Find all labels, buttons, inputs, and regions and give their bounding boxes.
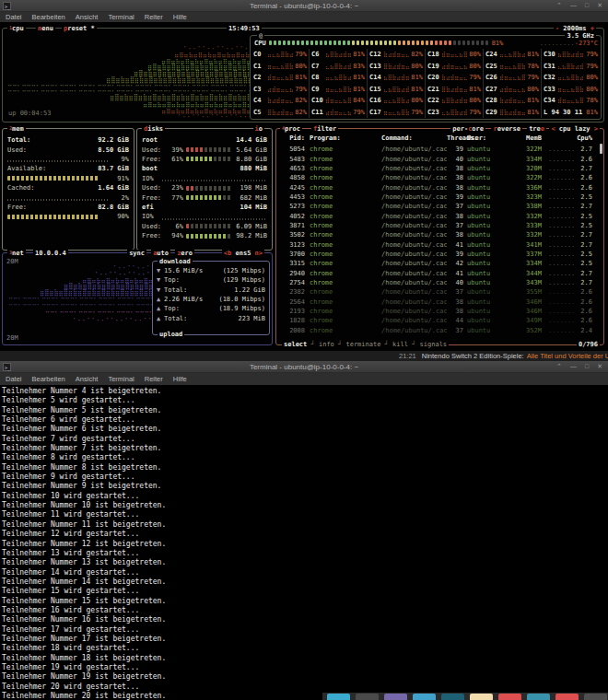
net-sync-button[interactable]: sync bbox=[127, 250, 146, 257]
process-row[interactable]: 2382chrome/home/ubuntu/.cac37ubuntu355M.… bbox=[277, 287, 601, 297]
tree-toggle[interactable]: tree bbox=[527, 125, 546, 133]
reverse-toggle[interactable]: reverse bbox=[491, 125, 522, 133]
process-row[interactable]: 2193chrome/home/ubuntu/.cac38ubuntu346M.… bbox=[277, 307, 601, 316]
terminal-line: Teilnehmer Nummer 17 ist beigetreten. bbox=[2, 635, 608, 644]
terminal-line: Teilnehmer Nummer 4 ist beigetreten. bbox=[2, 387, 608, 396]
process-row[interactable]: 1828chrome/home/ubuntu/.cac44ubuntu349M.… bbox=[277, 316, 601, 325]
terminal-line: Teilnehmer Nummer 15 ist beigetreten. bbox=[2, 597, 608, 606]
process-row[interactable]: 3502chrome/home/ubuntu/.cac38ubuntu332M.… bbox=[277, 230, 601, 239]
process-row[interactable]: 4052chrome/home/ubuntu/.cac38ubuntu332M.… bbox=[277, 211, 601, 220]
refresh-interval[interactable]: - 2000ms + bbox=[554, 25, 596, 32]
bottom-menubar: DateiBearbeitenAnsichtTerminalReiterHilf… bbox=[0, 373, 608, 385]
preset-button[interactable]: preset * bbox=[62, 25, 97, 32]
disk-stats: root14.4 GiBUsed:39%5.64 GiBFree:61%8.80… bbox=[137, 129, 272, 240]
mem-row-used: Used:8.50 GiB bbox=[7, 145, 129, 154]
process-row[interactable]: 2008chrome/home/ubuntu/.cac37ubuntu352M.… bbox=[277, 326, 601, 335]
menu-item-ansicht[interactable]: Ansicht bbox=[76, 13, 99, 21]
proc-scrollbar[interactable] bbox=[600, 144, 602, 154]
process-row[interactable]: 3700chrome/home/ubuntu/.cac39ubuntu337M.… bbox=[277, 250, 601, 259]
desktop: >_ Terminal - ubuntu@ip-10-0-0-4: ~ ⌃ — … bbox=[0, 0, 608, 700]
menu-item-terminal[interactable]: Terminal bbox=[108, 375, 134, 383]
palette-block[interactable] bbox=[327, 694, 350, 700]
process-row[interactable]: 5054chrome/home/ubuntu/.cac39ubuntu322M.… bbox=[277, 145, 601, 154]
net-stat-up: ▲Total:223 MiB bbox=[157, 313, 265, 322]
terminal-line: Teilnehmer Nummer 9 ist beigetreten. bbox=[2, 482, 608, 491]
shade-button[interactable]: ⌃ bbox=[556, 363, 562, 370]
menu-item-hilfe[interactable]: Hilfe bbox=[173, 375, 187, 383]
menu-item-datei[interactable]: Datei bbox=[6, 13, 22, 21]
menu-item-terminal[interactable]: Terminal bbox=[108, 13, 134, 21]
close-button[interactable]: ✕ bbox=[597, 2, 602, 9]
maximize-button[interactable]: □ bbox=[585, 2, 589, 9]
palette-block[interactable] bbox=[413, 694, 436, 700]
shade-button[interactable]: ⌃ bbox=[556, 2, 562, 9]
disks-box: disks io root14.4 GiBUsed:39%5.64 GiBFre… bbox=[136, 128, 273, 251]
disk-efi-free: Free:94%98.2 MiB bbox=[142, 231, 267, 240]
palette-block[interactable] bbox=[441, 694, 464, 700]
menu-item-bearbeiten[interactable]: Bearbeiten bbox=[32, 375, 65, 383]
palette-block[interactable] bbox=[384, 694, 407, 700]
per-core-toggle[interactable]: per-core bbox=[450, 125, 485, 133]
menu-item-hilfe[interactable]: Hilfe bbox=[173, 13, 187, 21]
net-stat-up: ▲Top:(18.9 Mibps) bbox=[157, 304, 265, 313]
process-row[interactable]: 4858chrome/home/ubuntu/.cac38ubuntu322M.… bbox=[277, 173, 601, 182]
disks-box-title[interactable]: disks bbox=[142, 125, 165, 133]
process-row[interactable]: 3315chrome/home/ubuntu/.cac42ubuntu334M.… bbox=[277, 259, 601, 268]
process-row[interactable]: 2754chrome/home/ubuntu/.cac40ubuntu343M.… bbox=[277, 278, 601, 287]
menu-button[interactable]: menu bbox=[36, 25, 55, 32]
disk-efi-used: Used:6%6.09 MiB bbox=[142, 222, 267, 231]
bottom-titlebar[interactable]: >_ Terminal - ubuntu@ip-10-0-0-4: ~ ⌃ — … bbox=[0, 361, 608, 373]
menu-item-reiter[interactable]: Reiter bbox=[145, 375, 163, 383]
core-c20: C20⣷⣴⣾⣶⣤⣄79% bbox=[426, 72, 483, 84]
menu-item-ansicht[interactable]: Ansicht bbox=[76, 375, 99, 383]
strip-headline: Nintendo Switch 2 Edition-Spiele: bbox=[422, 352, 524, 360]
net-auto-button[interactable]: auto bbox=[151, 250, 170, 257]
proc-box-title[interactable]: 4proc bbox=[280, 125, 302, 133]
cpu-box-title[interactable]: 1cpu bbox=[7, 25, 26, 32]
filter-button[interactable]: filter bbox=[311, 125, 338, 133]
minimize-button[interactable]: — bbox=[570, 2, 577, 9]
process-row[interactable]: 4653chrome/home/ubuntu/.cac38ubuntu320M.… bbox=[277, 164, 601, 173]
mem-box-title[interactable]: 2mem bbox=[7, 125, 26, 133]
process-row[interactable]: 3123chrome/home/ubuntu/.cac41ubuntu341M.… bbox=[277, 239, 601, 249]
palette-block[interactable] bbox=[555, 694, 579, 700]
strip-link[interactable]: Alle Titel und Vorteile der Up bbox=[527, 352, 608, 360]
top-titlebar[interactable]: >_ Terminal - ubuntu@ip-10-0-0-4: ~ ⌃ — … bbox=[0, 0, 608, 12]
palette-block[interactable] bbox=[527, 694, 550, 700]
core-c9: C9⣶⣤⣄⣦⣿⣷81% bbox=[310, 84, 367, 96]
proc-footer-actions[interactable]: select ┘ info ┘ terminate ┘ kill ┘ signa… bbox=[282, 341, 449, 348]
terminal-output[interactable]: Teilnehmer Nummer 4 ist beigetreten.Teil… bbox=[0, 385, 608, 700]
process-row[interactable]: 2564chrome/home/ubuntu/.cac38ubuntu346M.… bbox=[277, 298, 601, 307]
process-row[interactable]: 3871chrome/home/ubuntu/.cac37ubuntu333M.… bbox=[277, 221, 601, 230]
cpu-temp: -273°C bbox=[575, 40, 598, 47]
mem-row-cached: Cached:1.64 GiB bbox=[7, 183, 129, 192]
palette-block[interactable] bbox=[356, 694, 379, 700]
process-row[interactable]: 4453chrome/home/ubuntu/.cac39ubuntu323M.… bbox=[277, 192, 601, 202]
core-c4: C4⣷⣴⣾⣶⣤⣄82% bbox=[251, 95, 309, 107]
process-row[interactable]: 4245chrome/home/ubuntu/.cac38ubuntu336M.… bbox=[277, 182, 601, 192]
top-menubar: DateiBearbeitenAnsichtTerminalReiterHilf… bbox=[0, 12, 608, 22]
palette-block[interactable] bbox=[470, 694, 493, 700]
io-toggle[interactable]: io bbox=[253, 125, 264, 133]
close-button[interactable]: ✕ bbox=[597, 363, 602, 370]
palette-block[interactable] bbox=[584, 694, 607, 700]
menu-item-datei[interactable]: Datei bbox=[6, 375, 22, 383]
core-c6: C6⣦⣿⣷⣴⣾⣶81% bbox=[310, 49, 367, 61]
menu-item-bearbeiten[interactable]: Bearbeiten bbox=[32, 13, 65, 21]
process-row[interactable]: 2940chrome/home/ubuntu/.cac41ubuntu344M.… bbox=[277, 268, 601, 277]
net-box-title[interactable]: 3net bbox=[7, 250, 26, 257]
net-zero-button[interactable]: zero bbox=[175, 250, 194, 257]
minimize-button[interactable]: — bbox=[570, 363, 577, 370]
net-interface-selector[interactable]: <b ens5 n> bbox=[222, 250, 264, 257]
maximize-button[interactable]: □ bbox=[585, 363, 589, 370]
disk-boot-used: Used:23%198 MiB bbox=[142, 183, 267, 192]
net-stat-down: ▼Top:(129 Mibps) bbox=[157, 275, 265, 285]
process-row[interactable]: 5483chrome/home/ubuntu/.cac40ubuntu334M.… bbox=[277, 154, 601, 163]
mem-meter: 90% bbox=[7, 212, 129, 221]
menu-item-reiter[interactable]: Reiter bbox=[145, 13, 163, 21]
sort-selector[interactable]: < cpu lazy > bbox=[549, 125, 600, 133]
terminal-line: Teilnehmer Nummer 11 ist beigetreten. bbox=[2, 520, 608, 530]
palette-block[interactable] bbox=[498, 694, 521, 700]
process-row[interactable]: 5273chrome/home/ubuntu/.cac37ubuntu338M.… bbox=[277, 202, 601, 211]
download-label: download bbox=[158, 258, 193, 265]
